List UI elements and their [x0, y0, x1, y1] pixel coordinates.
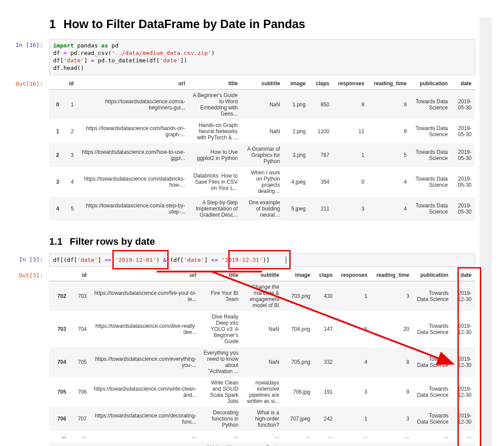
cell-title: A Step-by-Step Implementation of Gradien…: [188, 197, 241, 221]
code-txt: ]: [84, 57, 91, 64]
cell-reading_time: 20: [371, 311, 413, 347]
cell-claps: 850: [309, 89, 333, 120]
cell-date: 2019-05-30: [451, 120, 475, 143]
row-index: 3: [49, 167, 63, 197]
col-header: id: [63, 78, 77, 90]
cell-title: How to Use ggplot2 in Python: [188, 143, 241, 167]
table-row: 705706https://towardsdatascience.com/wri…: [49, 377, 475, 407]
cell-publication: Towards Data Science: [410, 197, 451, 221]
cell-publication: Towards Data Science: [413, 347, 452, 377]
code-block-1[interactable]: import pandas as pd df = pd.read_csv('..…: [49, 39, 475, 75]
cell-claps: 767: [309, 143, 333, 167]
cell-title: "We" vs "I" — How Should You Talk About …: [200, 442, 242, 446]
col-header: title: [200, 269, 242, 281]
cell-id: ...: [70, 431, 90, 442]
cell-responses: 0: [333, 167, 368, 197]
cell-title: A Beginner's Guide to Word Embedding wit…: [188, 89, 241, 120]
cell-subtitle: ...: [242, 431, 283, 442]
cell-claps: 242: [314, 407, 336, 431]
cell-id: 3: [63, 143, 77, 167]
cell-url: https://towardsdatascience.com/a-beginne…: [77, 89, 189, 120]
cell-image: 2.png: [284, 120, 309, 143]
col-header: publication: [410, 78, 451, 90]
cell-url: https://towardsdatascience.com/decoratin…: [90, 407, 200, 431]
cell-title: Fire Your BI Team: [200, 281, 242, 312]
cell-responses: 11: [333, 120, 368, 143]
code-txt: df.head(): [53, 65, 84, 71]
cell-reading_time: 9: [371, 377, 413, 407]
code-txt: ]): [180, 57, 187, 64]
cell-responses: 3: [336, 377, 371, 407]
heading-2-text: Filter rows by date: [70, 236, 155, 247]
cell-date: 2019-12-30: [452, 281, 475, 312]
code-txt: ): [211, 50, 215, 56]
cell-url: https://towardsdatascience.com/how-to-us…: [77, 143, 189, 167]
cell-subtitle: Change the mandate & engagement model of…: [242, 281, 283, 312]
code-str: 'date': [63, 57, 84, 64]
row-index: 4: [49, 197, 63, 221]
cell-subtitle: NaN: [241, 89, 284, 120]
cell-id: 2: [63, 120, 77, 143]
row-index: 703: [49, 311, 70, 347]
col-header: subtitle: [242, 269, 283, 281]
code-txt: (df[: [166, 257, 184, 263]
cell-title: Decorating functions in Python: [200, 407, 242, 431]
output-area-1: idurltitlesubtitleimageclapsresponsesrea…: [49, 78, 475, 221]
cell-image: 5.jpeg: [284, 197, 309, 221]
code-txt: pd: [108, 42, 118, 49]
cell-image: 4.jpeg: [284, 167, 309, 197]
code-txt: )]: [263, 257, 270, 263]
code-str: '2019-12-01': [115, 257, 156, 263]
col-header: claps: [309, 78, 333, 90]
row-index: 1: [49, 120, 63, 143]
cell-id: 4: [63, 167, 77, 197]
code-op: >=: [104, 257, 112, 263]
output-area-2: idurltitlesubtitleimageclapsresponsesrea…: [49, 269, 475, 446]
cell-image: 705.png: [283, 347, 314, 377]
cell-title: Databricks: How to Save Files in CSV on …: [188, 167, 241, 197]
cell-id: 1: [63, 89, 77, 120]
cell-subtitle: NaN: [241, 120, 284, 143]
input-cell-2: In [3]: df[(df['date'] >= '2019-12-01') …: [0, 254, 492, 267]
code-op: =: [91, 57, 94, 64]
cell-claps: 661: [314, 442, 336, 446]
col-header: url: [77, 78, 189, 90]
heading-2: 1.1 Filter rows by date: [49, 236, 492, 247]
col-header: responses: [336, 269, 371, 281]
cell-reading_time: 4: [368, 167, 410, 197]
cell-date: 2019-05-30: [451, 89, 475, 120]
col-header: subtitle: [241, 78, 284, 90]
code-txt: ]: [204, 257, 211, 263]
cell-url: https://towardsdatascience.com/fire-your…: [90, 281, 200, 312]
cell-responses: 6: [336, 442, 371, 446]
cell-responses: ...: [336, 431, 371, 442]
input-cell-1: In [16]: import pandas as pd df = pd.rea…: [0, 39, 492, 75]
cell-responses: 4: [336, 347, 371, 377]
cell-claps: 147: [314, 311, 336, 347]
cell-claps: 354: [309, 167, 333, 197]
col-header: responses: [333, 78, 368, 90]
in-prompt-2: In [3]:: [0, 256, 46, 263]
cell-publication: Towards Data Science: [410, 167, 451, 197]
row-index: 705: [49, 377, 70, 407]
cell-subtitle: When I work on Python projects dealing…: [241, 167, 284, 197]
output-cell-1: Out[16]: idurltitlesubtitleimageclapsres…: [0, 78, 492, 221]
table-row: 706707https://towardsdatascience.com/dec…: [49, 407, 475, 431]
cell-date: 2019-12-30: [452, 311, 475, 347]
col-header: id: [70, 269, 90, 281]
cell-subtitle: One example of building neural…: [241, 197, 284, 221]
cell-title: Write Clean and SOLID Scala Spark Jobs: [200, 377, 242, 407]
heading-1-number: 1: [49, 18, 56, 31]
cell-image: 1.png: [284, 89, 309, 120]
cell-url: https://towardsdatascience.com/write-cle…: [90, 377, 200, 407]
cell-reading_time: 3: [371, 407, 413, 431]
cell-responses: 3: [333, 197, 368, 221]
cell-id: 707: [70, 407, 90, 431]
table-header-row: idurltitlesubtitleimageclapsresponsesrea…: [49, 269, 475, 281]
code-block-2[interactable]: df[(df['date'] >= '2019-12-01') & (df['d…: [49, 254, 475, 267]
cell-url: https://towardsdatascience.com/hands-on-…: [77, 120, 189, 143]
dataframe-table-2: idurltitlesubtitleimageclapsresponsesrea…: [49, 269, 475, 446]
table-row: 45https://towardsdatascience.com/a-step-…: [49, 197, 475, 221]
out-prompt-1: Out[16]:: [0, 80, 46, 87]
row-index: 6503: [49, 442, 70, 446]
